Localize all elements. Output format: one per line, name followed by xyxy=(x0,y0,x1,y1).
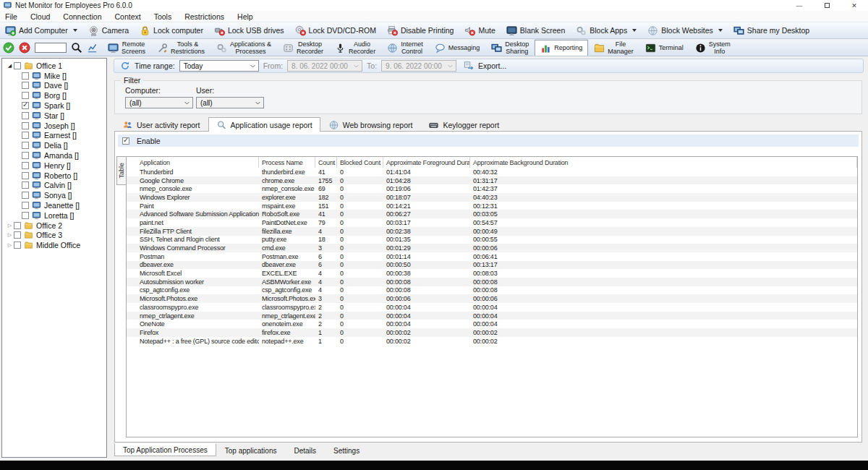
menu-file[interactable]: File xyxy=(0,12,24,21)
table-row[interactable]: Firefoxfirefox.exe1000:00:0200:00:02 xyxy=(127,328,857,337)
menu-help[interactable]: Help xyxy=(231,12,260,21)
bottom-tab-top-application-processes[interactable]: Top Application Processes xyxy=(114,443,216,456)
computer-checkbox[interactable] xyxy=(22,181,29,189)
computer-checkbox[interactable] xyxy=(22,112,29,119)
tab-internet-control[interactable]: InternetControl xyxy=(381,40,429,56)
enable-checkbox[interactable] xyxy=(122,137,129,145)
tree-item-jeanette[interactable]: Jeanette [] xyxy=(2,200,106,210)
tree-item-roberto[interactable]: Roberto [] xyxy=(2,171,106,181)
computer-checkbox[interactable] xyxy=(22,102,29,109)
table-row[interactable]: FileZilla FTP Clientfilezilla.exe4000:02… xyxy=(127,227,857,236)
user-filter-select[interactable]: (all) xyxy=(196,97,264,108)
minimize-icon[interactable]: — xyxy=(786,0,813,11)
report-tab-keylogger-report[interactable]: Keylogger report xyxy=(420,117,507,132)
computer-checkbox[interactable] xyxy=(22,202,29,209)
column-header-application[interactable]: Application xyxy=(127,157,259,168)
table-row[interactable]: Windows Command Processorcmd.exe3000:01:… xyxy=(127,244,857,252)
computer-filter-select[interactable]: (all) xyxy=(125,97,193,108)
search-input[interactable] xyxy=(35,43,67,53)
report-tab-user-activity-report[interactable]: User activity report xyxy=(114,117,208,132)
computer-checkbox[interactable] xyxy=(22,122,29,129)
table-row[interactable]: Microsoft.Photos.exeMicrosoft.Photos.exe… xyxy=(127,294,857,303)
connect-icon[interactable] xyxy=(3,42,14,54)
collapse-icon[interactable]: ◢ xyxy=(6,63,14,69)
tab-tools-restrictions[interactable]: Tools &Restrictions xyxy=(151,40,210,56)
tab-applications-processes[interactable]: Applications &Processes xyxy=(210,40,277,56)
tab-system-info[interactable]: SystemInfo xyxy=(689,40,736,56)
table-row[interactable]: paint.netPaintDotNet.exe79000:03:1700:54… xyxy=(127,218,857,227)
table-row[interactable]: nmep_console.exenmep_console.exe69000:19… xyxy=(127,184,857,193)
computer-checkbox[interactable] xyxy=(22,82,29,89)
lock-dvd-cd-rom-button[interactable]: Lock DVD/CD-ROM xyxy=(295,25,376,36)
table-row[interactable]: Thunderbirdthunderbird.exe41001:41:0400:… xyxy=(127,168,857,176)
tree-item-star[interactable]: Star [] xyxy=(2,111,106,121)
time-range-select[interactable]: Today xyxy=(179,60,259,72)
table-row[interactable]: OneNoteonenoteim.exe2000:00:0400:00:04 xyxy=(127,320,857,328)
tree-item-sonya[interactable]: Sonya [] xyxy=(2,190,106,200)
export-icon[interactable] xyxy=(464,61,474,71)
column-header-approximate-foreground-duration[interactable]: Approximate Foreground Duration xyxy=(383,157,470,168)
computer-checkbox[interactable] xyxy=(22,212,29,219)
menu-cloud[interactable]: Cloud xyxy=(24,12,56,21)
tab-desktop-recorder[interactable]: DesktopRecorder xyxy=(277,40,329,56)
bottom-tab-details[interactable]: Details xyxy=(285,444,325,457)
column-header-process-name[interactable]: Process Name xyxy=(259,157,315,168)
camera-button[interactable]: Camera xyxy=(88,25,129,36)
menu-tools[interactable]: Tools xyxy=(148,12,179,21)
disconnect-icon[interactable] xyxy=(19,42,30,54)
expand-icon[interactable]: ▷ xyxy=(6,242,14,248)
tab-file-manager[interactable]: FileManager xyxy=(588,40,639,56)
tree-item-loretta[interactable]: Loretta [] xyxy=(2,210,106,221)
computer-checkbox[interactable] xyxy=(22,132,29,139)
bottom-tab-settings[interactable]: Settings xyxy=(325,444,368,457)
lock-usb-drives-button[interactable]: Lock USB drives xyxy=(214,25,284,36)
refresh-icon[interactable] xyxy=(120,61,130,71)
tab-messaging[interactable]: Messaging xyxy=(429,40,486,56)
table-row[interactable]: Advanced Software Submission Application… xyxy=(127,210,857,218)
table-row[interactable]: Google Chromechrome.exe1755001:04:2801:3… xyxy=(127,176,857,185)
computer-checkbox[interactable] xyxy=(22,142,29,149)
table-row[interactable]: csp_agtconfig.execsp_agtconfig.exe4000:0… xyxy=(127,286,857,295)
tree-item-earnest[interactable]: Earnest [] xyxy=(2,131,106,141)
tab-reporting[interactable]: Reporting xyxy=(535,40,588,56)
tree-item-dave[interactable]: Dave [] xyxy=(2,81,106,91)
expand-icon[interactable]: ▷ xyxy=(6,232,14,238)
dropdown-caret-icon[interactable] xyxy=(73,29,77,32)
column-header-blocked-count[interactable]: Blocked Count xyxy=(337,157,383,168)
tree-group-office-3[interactable]: ▷Office 3 xyxy=(2,231,106,241)
computer-checkbox[interactable] xyxy=(22,192,29,199)
dropdown-caret-icon[interactable] xyxy=(632,29,637,32)
expand-icon[interactable]: ▷ xyxy=(6,223,14,228)
tree-item-spark[interactable]: Spark [] xyxy=(2,101,106,111)
search-icon[interactable] xyxy=(71,42,82,54)
mute-button[interactable]: Mute xyxy=(464,25,495,36)
dropdown-caret-icon[interactable] xyxy=(718,29,723,32)
block-websites-button[interactable]: Block Websites xyxy=(647,25,723,36)
tree-item-delia[interactable]: Delia [] xyxy=(2,140,106,150)
table-row[interactable]: Autosubmission workerASBMWorker.exe4000:… xyxy=(127,278,857,286)
table-row[interactable]: Notepad++ : a free (GPL) source code edi… xyxy=(127,337,857,346)
statistics-icon[interactable] xyxy=(87,43,98,54)
tree-item-mike[interactable]: Mike [] xyxy=(2,71,106,81)
disable-printing-button[interactable]: Disable Printing xyxy=(387,25,454,36)
blank-screen-button[interactable]: Blank Screen xyxy=(506,25,565,36)
computer-checkbox[interactable] xyxy=(22,92,29,99)
table-row[interactable]: Microsoft ExcelEXCEL.EXE4000:00:3800:08:… xyxy=(127,269,857,278)
tree-item-borg[interactable]: Borg [] xyxy=(2,90,106,101)
tree-group-middle-office[interactable]: ▷Middle Office xyxy=(2,240,106,250)
group-checkbox[interactable] xyxy=(14,231,21,239)
computer-checkbox[interactable] xyxy=(22,72,29,80)
lock-computer-button[interactable]: Lock computer xyxy=(140,25,203,36)
block-apps-button[interactable]: Block Apps xyxy=(576,25,637,36)
close-icon[interactable]: ✕ xyxy=(841,0,868,11)
tab-audio-recorder[interactable]: AudioRecorder xyxy=(329,40,381,56)
computer-checkbox[interactable] xyxy=(22,162,29,169)
table-row[interactable]: Windows Explorerexplorer.exe182000:18:07… xyxy=(127,193,857,202)
bottom-tab-top-applications[interactable]: Top applications xyxy=(216,444,286,457)
group-checkbox[interactable] xyxy=(14,242,21,249)
table-row[interactable]: classroomspypro.execlassroomspypro.exe20… xyxy=(127,303,857,312)
menu-context[interactable]: Context xyxy=(108,12,147,21)
tree-group-office-2[interactable]: ▷Office 2 xyxy=(2,221,106,231)
table-row[interactable]: SSH, Telnet and Rlogin clientputty.exe18… xyxy=(127,236,857,244)
computer-checkbox[interactable] xyxy=(22,152,29,159)
